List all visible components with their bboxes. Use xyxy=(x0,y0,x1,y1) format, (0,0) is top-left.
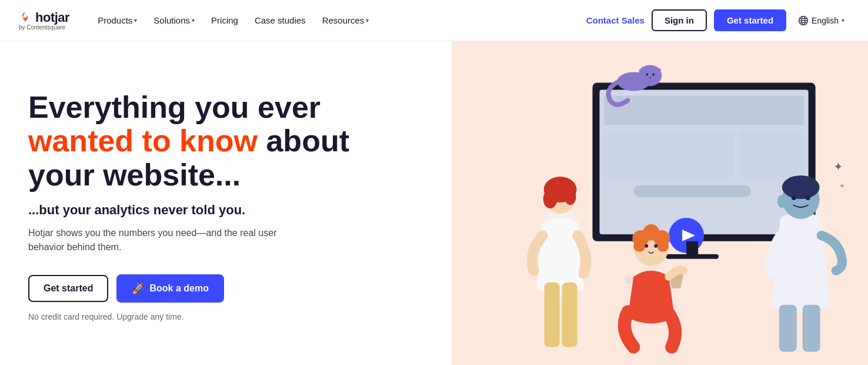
nav-get-started-button[interactable]: Get started xyxy=(714,9,786,31)
hero-illustration: ✦ ✦ xyxy=(452,41,868,365)
nav-solutions[interactable]: Solutions ▾ xyxy=(146,11,202,30)
svg-point-40 xyxy=(805,195,810,200)
hero-subheading: ...but your analytics never told you. xyxy=(28,203,423,218)
hotjar-flame-icon xyxy=(19,11,32,24)
hero-left: Everything you ever wanted to know about… xyxy=(0,41,452,365)
svg-text:✦: ✦ xyxy=(839,182,844,190)
nav-right: Contact Sales Sign in Get started Englis… xyxy=(586,9,849,31)
svg-point-20 xyxy=(652,73,655,75)
svg-point-19 xyxy=(646,73,648,75)
contact-sales-link[interactable]: Contact Sales xyxy=(586,15,645,25)
sign-in-button[interactable]: Sign in xyxy=(652,9,707,31)
hero-book-demo-button[interactable]: 🚀 Book a demo xyxy=(116,274,223,303)
svg-rect-22 xyxy=(544,283,559,347)
chevron-down-icon: ▾ xyxy=(842,17,844,24)
hero-heading-highlight: wanted to know xyxy=(28,124,258,158)
svg-point-35 xyxy=(645,244,648,248)
svg-point-36 xyxy=(654,244,657,248)
rocket-icon: 🚀 xyxy=(132,282,145,295)
hero-svg-illustration: ✦ ✦ xyxy=(452,41,868,365)
main-nav: hotjar by Contentsquare Products ▾ Solut… xyxy=(0,0,868,41)
chevron-down-icon: ▾ xyxy=(134,17,137,24)
svg-rect-23 xyxy=(562,283,577,347)
svg-rect-8 xyxy=(604,131,733,178)
hero-section: Everything you ever wanted to know about… xyxy=(0,41,868,365)
chevron-down-icon: ▾ xyxy=(192,17,195,24)
language-label: English xyxy=(812,16,839,25)
svg-rect-42 xyxy=(779,305,796,352)
logo-subtext: by Contentsquare xyxy=(19,24,69,31)
logo-text: hotjar xyxy=(35,10,69,25)
svg-point-27 xyxy=(564,188,576,205)
svg-point-39 xyxy=(791,195,796,200)
svg-rect-10 xyxy=(633,185,751,197)
hero-actions: Get started 🚀 Book a demo xyxy=(28,274,423,303)
svg-rect-14 xyxy=(666,254,719,259)
svg-rect-7 xyxy=(604,95,803,125)
svg-text:✦: ✦ xyxy=(833,160,843,173)
logo[interactable]: hotjar by Contentsquare xyxy=(19,10,69,31)
svg-point-33 xyxy=(633,240,645,252)
svg-rect-9 xyxy=(739,131,803,178)
language-selector[interactable]: English ▾ xyxy=(793,12,849,29)
svg-point-34 xyxy=(657,240,669,252)
hero-heading: Everything you ever wanted to know about… xyxy=(28,91,423,192)
hero-heading-part1: Everything you ever xyxy=(28,90,321,124)
nav-pricing[interactable]: Pricing xyxy=(204,11,245,30)
nav-products[interactable]: Products ▾ xyxy=(91,11,144,30)
book-demo-label: Book a demo xyxy=(149,283,208,294)
svg-point-41 xyxy=(777,195,786,208)
globe-icon xyxy=(798,15,809,26)
svg-rect-43 xyxy=(802,305,820,352)
hero-body: Hotjar shows you the numbers you need—an… xyxy=(28,226,311,254)
nav-links: Products ▾ Solutions ▾ Pricing Case stud… xyxy=(91,11,586,30)
svg-rect-13 xyxy=(686,241,698,256)
hero-note: No credit card required. Upgrade any tim… xyxy=(28,312,423,321)
hero-get-started-button[interactable]: Get started xyxy=(28,275,108,302)
nav-resources[interactable]: Resources ▾ xyxy=(315,11,376,30)
svg-point-26 xyxy=(543,190,557,208)
nav-case-studies[interactable]: Case studies xyxy=(248,11,313,30)
chevron-down-icon: ▾ xyxy=(366,17,369,24)
svg-point-38 xyxy=(782,175,819,199)
